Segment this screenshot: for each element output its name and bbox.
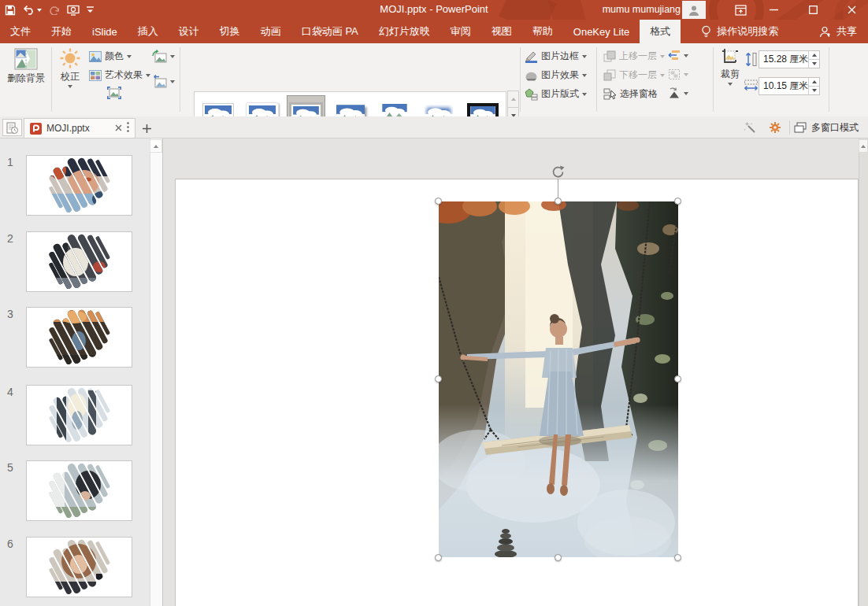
- remove-background-button[interactable]: 删除背景: [3, 48, 49, 85]
- undo-dropdown[interactable]: [37, 9, 42, 12]
- height-value[interactable]: 15.28 厘米: [759, 53, 808, 66]
- session-history-icon[interactable]: [2, 119, 22, 136]
- picture-layout-label: 图片版式: [541, 87, 579, 101]
- undo-icon[interactable]: [23, 5, 42, 15]
- remove-background-icon: [14, 48, 38, 70]
- picture-layout-button[interactable]: 图片版式: [525, 87, 587, 101]
- crop-label: 裁剪: [721, 68, 740, 81]
- rotate-dropdown: [684, 92, 688, 95]
- document-tab-label: MOJI.pptx: [46, 123, 90, 134]
- width-spinner[interactable]: [808, 78, 819, 94]
- slide-number: 6: [7, 538, 13, 550]
- tab-animations[interactable]: 动画: [250, 20, 291, 43]
- color-label: 颜色: [105, 50, 124, 63]
- canvas-vertical-scrollbar[interactable]: [859, 139, 868, 606]
- tab-help[interactable]: 帮助: [522, 20, 563, 43]
- reset-picture-dropdown: [170, 80, 175, 83]
- document-tab-close-icon[interactable]: [115, 123, 122, 134]
- thumbnail-scroll-up-icon[interactable]: [150, 139, 162, 153]
- slideshow-icon[interactable]: [67, 5, 80, 16]
- tab-insert[interactable]: 插入: [128, 20, 169, 43]
- gallery-scroll-up-icon[interactable]: [507, 91, 519, 108]
- settings-gear-icon[interactable]: [764, 119, 786, 136]
- reset-picture-icon: [152, 75, 167, 88]
- resize-handle-top-right[interactable]: [674, 198, 681, 205]
- slide-thumbnail-5[interactable]: [26, 460, 132, 521]
- tab-onekey-lite[interactable]: OneKey Lite: [563, 20, 640, 43]
- slide-3-art: [27, 308, 132, 367]
- picture-effects-label: 图片效果: [541, 68, 579, 82]
- slide-2-art: [27, 232, 132, 291]
- selection-pane-button[interactable]: 选择窗格: [603, 87, 658, 101]
- canvas-scroll-up-icon[interactable]: [859, 139, 868, 153]
- maximize-button[interactable]: [798, 0, 828, 20]
- tab-format[interactable]: 格式: [640, 20, 681, 43]
- artistic-effects-button[interactable]: 艺术效果: [89, 68, 150, 82]
- thumbnail-panel-scrollbar[interactable]: [150, 139, 162, 606]
- rotation-handle[interactable]: [551, 164, 566, 183]
- multi-window-label: 多窗口模式: [811, 121, 859, 135]
- tab-view[interactable]: 视图: [481, 20, 522, 43]
- new-tab-icon[interactable]: [139, 120, 154, 136]
- resize-handle-middle-right[interactable]: [674, 375, 681, 382]
- align-button[interactable]: [668, 50, 688, 61]
- resize-handle-bottom-left[interactable]: [435, 554, 442, 561]
- user-name[interactable]: mumu mumujiang: [603, 4, 681, 15]
- slide-image[interactable]: [439, 201, 678, 557]
- reset-picture-button[interactable]: [152, 75, 175, 88]
- height-spinner[interactable]: [808, 51, 819, 68]
- multi-window-mode-button[interactable]: 多窗口模式: [794, 118, 859, 137]
- slide-thumbnail-2[interactable]: [26, 231, 132, 292]
- corrections-button[interactable]: 校正: [54, 48, 87, 88]
- slide-thumbnail-6[interactable]: [26, 537, 132, 597]
- tab-islide[interactable]: iSlide: [82, 20, 128, 43]
- tab-design[interactable]: 设计: [169, 20, 210, 43]
- resize-handle-top-left[interactable]: [435, 198, 442, 205]
- avatar[interactable]: [682, 1, 706, 19]
- change-picture-icon: [152, 50, 167, 63]
- group-divider: [180, 47, 180, 112]
- slide-thumbnail-1[interactable]: [26, 155, 132, 216]
- tab-pocket-animation[interactable]: 口袋动画 PA: [291, 20, 369, 43]
- close-button[interactable]: [836, 0, 866, 20]
- document-tab-active[interactable]: MOJI.pptx: [24, 118, 135, 139]
- resize-handle-top-center[interactable]: [555, 198, 562, 205]
- tab-review[interactable]: 审阅: [440, 20, 481, 43]
- crop-button[interactable]: 裁剪: [715, 47, 745, 86]
- color-button[interactable]: 颜色: [89, 50, 132, 63]
- tab-home[interactable]: 开始: [41, 20, 82, 43]
- share-button[interactable]: 共享: [819, 20, 857, 43]
- tab-transitions[interactable]: 切换: [210, 20, 250, 43]
- document-tab-menu-icon[interactable]: [127, 122, 129, 135]
- artistic-effects-dropdown: [146, 74, 150, 77]
- customize-qat-icon[interactable]: [87, 6, 94, 13]
- color-icon: [89, 51, 102, 62]
- picture-layout-dropdown: [582, 93, 587, 96]
- group-divider: [51, 47, 52, 112]
- rotate-button[interactable]: [668, 87, 688, 99]
- picture-border-button[interactable]: 图片边框: [525, 50, 587, 63]
- compress-picture-button[interactable]: [107, 87, 121, 99]
- slide-thumbnail-3[interactable]: [26, 307, 132, 368]
- change-picture-button[interactable]: [152, 50, 175, 63]
- width-value[interactable]: 10.15 厘米: [759, 79, 808, 93]
- tab-slideshow[interactable]: 幻灯片放映: [369, 20, 440, 43]
- minimize-button[interactable]: [759, 0, 788, 20]
- picture-border-icon: [525, 50, 538, 63]
- align-dropdown: [684, 54, 688, 57]
- picture-effects-button[interactable]: 图片效果: [525, 68, 587, 82]
- crop-dropdown: [728, 83, 733, 86]
- resize-handle-middle-left[interactable]: [435, 375, 442, 382]
- tell-me-box[interactable]: 操作说明搜索: [693, 20, 786, 43]
- resize-handle-bottom-right[interactable]: [674, 554, 681, 561]
- ribbon-display-options-icon[interactable]: [725, 0, 755, 20]
- width-field[interactable]: 10.15 厘米: [759, 77, 820, 95]
- slide-thumbnail-4[interactable]: [26, 385, 132, 445]
- resize-handle-bottom-center[interactable]: [555, 554, 562, 561]
- save-icon[interactable]: [5, 5, 16, 16]
- color-dropdown: [127, 55, 132, 58]
- height-field[interactable]: 15.28 厘米: [759, 50, 820, 68]
- magic-wand-icon[interactable]: [739, 119, 761, 136]
- tab-file[interactable]: 文件: [0, 20, 41, 43]
- slide-number: 1: [7, 156, 13, 168]
